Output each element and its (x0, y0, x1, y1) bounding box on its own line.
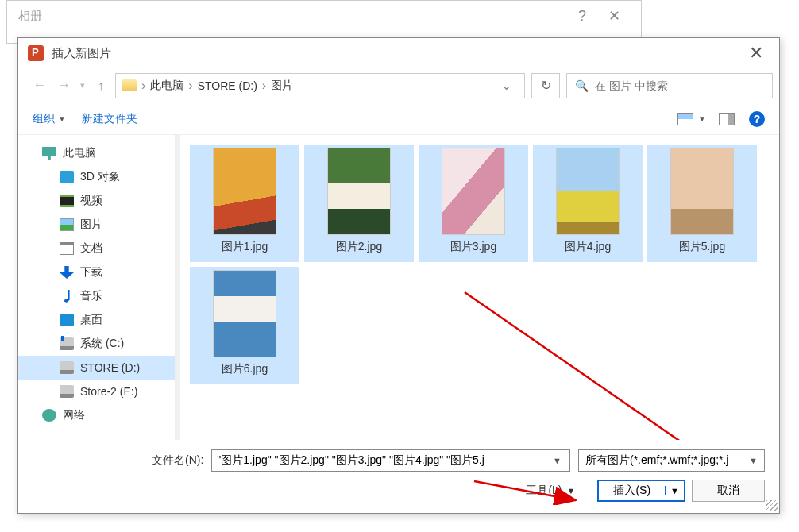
tree-item[interactable]: 音乐 (18, 284, 175, 308)
filter-combo[interactable]: 所有图片(*.emf;*.wmf;*.jpg;*.j ▼ (578, 449, 765, 472)
outer-title: 相册 (18, 9, 42, 24)
tools-link[interactable]: 工具(L) ▼ (526, 484, 575, 498)
tree-item-label: 下载 (80, 265, 102, 279)
thumbnail (213, 270, 276, 357)
tree-item[interactable]: 桌面 (18, 308, 175, 332)
chevron-down-icon: ▼ (567, 486, 576, 495)
tree-item-label: 图片 (80, 218, 102, 232)
file-item[interactable]: 图片4.jpg (533, 145, 643, 262)
thumbnail (442, 148, 505, 235)
body-area: 此电脑3D 对象视频图片文档下载音乐桌面系统 (C:)STORE (D:)Sto… (18, 135, 779, 440)
tree-item-label: 音乐 (80, 289, 102, 303)
tree-item[interactable]: 系统 (C:) (18, 332, 175, 356)
nav-history-drop[interactable]: ▾ (80, 80, 85, 91)
ico-3d-icon (60, 171, 74, 183)
thumbnail (556, 148, 620, 235)
annotation-arrow (458, 286, 704, 440)
chevron-down-icon: ▼ (58, 114, 66, 123)
tree-item[interactable]: Store-2 (E:) (18, 380, 175, 403)
folder-icon (122, 79, 137, 91)
help-icon[interactable]: ? (749, 111, 765, 127)
cancel-button[interactable]: 取消 (692, 480, 765, 502)
crumb-folder[interactable]: 图片 (268, 79, 296, 93)
file-label: 图片6.jpg (222, 362, 268, 376)
crumb-drive[interactable]: STORE (D:) (195, 79, 261, 92)
tree-item-label: Store-2 (E:) (80, 385, 137, 398)
nav-forward-button[interactable]: → (56, 77, 71, 94)
file-label: 图片3.jpg (450, 240, 496, 254)
ico-pic-icon (60, 218, 74, 231)
chevron-right-icon[interactable]: › (140, 79, 147, 93)
ico-drive-icon (60, 385, 74, 398)
filename-label: 文件名(N): (33, 453, 203, 468)
organize-button[interactable]: 组织 ▼ (33, 112, 66, 126)
ico-drive-icon (60, 361, 74, 374)
outer-close-button[interactable]: ✕ (598, 7, 630, 25)
svg-line-0 (465, 292, 697, 440)
tree-item-label: 视频 (80, 194, 102, 208)
button-row: 工具(L) ▼ 插入(S) ▼ 取消 (33, 480, 765, 502)
tree-item-label: 系统 (C:) (80, 337, 124, 351)
dialog-title-bar: 插入新图片 ✕ (18, 38, 779, 68)
tree-item[interactable]: STORE (D:) (18, 356, 175, 380)
nav-up-button[interactable]: ↑ (98, 79, 104, 93)
file-item[interactable]: 图片3.jpg (419, 145, 528, 262)
tree-item[interactable]: 网络 (18, 403, 175, 427)
insert-split-drop[interactable]: ▼ (665, 486, 684, 495)
search-box[interactable]: 🔍 (566, 73, 773, 98)
chevron-right-icon[interactable]: › (187, 79, 194, 93)
ico-drive-c-icon (60, 337, 74, 350)
file-item[interactable]: 图片6.jpg (190, 267, 299, 384)
nav-back-button[interactable]: ← (33, 77, 47, 94)
outer-help-button[interactable]: ? (566, 8, 598, 25)
view-drop[interactable]: ▼ (698, 114, 706, 123)
file-item[interactable]: 图片5.jpg (647, 145, 757, 262)
footer: 文件名(N): ▼ 所有图片(*.emf;*.wmf;*.jpg;*.j ▼ 工… (18, 440, 779, 513)
filename-input[interactable] (217, 454, 550, 467)
breadcrumb[interactable]: › 此电脑 › STORE (D:) › 图片 ⌄ (115, 73, 525, 98)
tree-item-label: 3D 对象 (80, 170, 120, 184)
crumb-pc[interactable]: 此电脑 (147, 79, 187, 93)
dialog-close-button[interactable]: ✕ (743, 43, 770, 64)
view-icon[interactable] (677, 113, 693, 125)
nav-bar: ← → ▾ ↑ › 此电脑 › STORE (D:) › 图片 ⌄ ↻ 🔍 (18, 68, 779, 103)
file-dialog: 插入新图片 ✕ ← → ▾ ↑ › 此电脑 › STORE (D:) › 图片 … (17, 37, 780, 514)
chevron-right-icon[interactable]: › (261, 79, 268, 93)
search-input[interactable] (595, 79, 764, 92)
insert-button[interactable]: 插入(S) ▼ (597, 480, 685, 502)
tree-item[interactable]: 此电脑 (18, 141, 175, 165)
tree-item-label: STORE (D:) (80, 361, 140, 374)
breadcrumb-drop[interactable]: ⌄ (495, 78, 518, 93)
filename-drop[interactable]: ▼ (550, 456, 565, 465)
filename-row: 文件名(N): ▼ 所有图片(*.emf;*.wmf;*.jpg;*.j ▼ (33, 449, 765, 472)
file-area[interactable]: 图片1.jpg图片2.jpg图片3.jpg图片4.jpg图片5.jpg图片6.j… (180, 135, 779, 440)
filename-combo[interactable]: ▼ (211, 449, 570, 472)
filter-drop[interactable]: ▼ (749, 456, 758, 465)
ico-desk-icon (60, 314, 74, 326)
ico-down-icon (60, 266, 74, 279)
dialog-title: 插入新图片 (52, 46, 111, 61)
outer-title-bar: 相册 ? ✕ (7, 1, 641, 31)
sidebar[interactable]: 此电脑3D 对象视频图片文档下载音乐桌面系统 (C:)STORE (D:)Sto… (18, 135, 176, 440)
tree-item[interactable]: 视频 (18, 189, 175, 213)
thumbnail (670, 148, 734, 235)
resize-grip[interactable] (766, 500, 778, 511)
filter-label: 所有图片(*.emf;*.wmf;*.jpg;*.j (585, 453, 728, 468)
preview-pane-icon[interactable] (719, 113, 735, 125)
thumbnail (327, 148, 391, 235)
tree-item[interactable]: 文档 (18, 237, 175, 260)
tree-item[interactable]: 3D 对象 (18, 165, 175, 189)
tree-item-label: 网络 (63, 408, 85, 422)
file-item[interactable]: 图片2.jpg (304, 145, 414, 262)
refresh-button[interactable]: ↻ (531, 73, 560, 98)
file-label: 图片1.jpg (222, 240, 268, 254)
ico-video-icon (60, 195, 74, 207)
tree-item[interactable]: 下载 (18, 260, 175, 284)
nav-arrows: ← → ▾ (25, 77, 93, 94)
tree-item[interactable]: 图片 (18, 213, 175, 237)
search-icon: 🔍 (575, 79, 589, 92)
file-item[interactable]: 图片1.jpg (190, 145, 299, 262)
new-folder-button[interactable]: 新建文件夹 (82, 112, 137, 126)
tree-item-label: 此电脑 (63, 146, 96, 160)
file-label: 图片4.jpg (565, 240, 611, 254)
